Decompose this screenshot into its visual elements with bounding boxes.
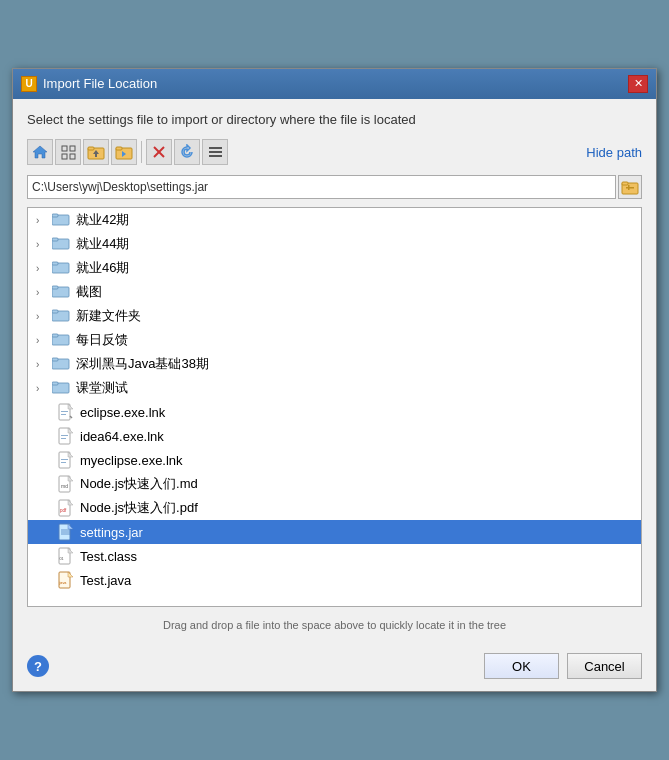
svg-rect-38 (61, 411, 68, 412)
toolbar-separator-1 (141, 141, 142, 163)
path-input[interactable] (27, 175, 616, 199)
dialog-body: Select the settings file to import or di… (13, 99, 656, 645)
lnk-file-icon (56, 451, 76, 469)
home-button[interactable] (27, 139, 53, 165)
tree-item[interactable]: › 课堂测试 (28, 376, 641, 400)
hide-path-link[interactable]: Hide path (586, 145, 642, 160)
tree-item[interactable]: myeclipse.exe.lnk (28, 448, 641, 472)
svg-marker-50 (68, 476, 73, 481)
tree-item[interactable]: md Node.js快速入们.md (28, 472, 641, 496)
tree-item[interactable]: idea64.exe.lnk (28, 424, 641, 448)
svg-rect-48 (61, 462, 66, 463)
svg-rect-29 (52, 310, 58, 313)
item-label: 新建文件夹 (76, 307, 141, 325)
svg-rect-31 (52, 334, 58, 337)
refresh-icon (179, 144, 195, 160)
dialog-description: Select the settings file to import or di… (27, 111, 642, 129)
item-label: 就业44期 (76, 235, 129, 253)
tree-item[interactable]: › 深圳黑马Java基础38期 (28, 352, 641, 376)
svg-marker-0 (33, 146, 47, 158)
refresh-button[interactable] (174, 139, 200, 165)
file-tree[interactable]: › 就业42期 › 就业44期 › 就业46期 (27, 207, 642, 607)
folder-icon (52, 308, 72, 324)
chevron-icon: › (36, 239, 52, 250)
folder-nav-icon (115, 144, 133, 160)
item-label: Test.java (80, 573, 131, 588)
svg-marker-42 (68, 428, 73, 433)
svg-rect-17 (622, 182, 628, 185)
chevron-icon: › (36, 383, 52, 394)
svg-marker-46 (68, 452, 73, 457)
title-bar-left: U Import File Location (21, 76, 157, 92)
title-bar: U Import File Location ✕ (13, 69, 656, 99)
svg-rect-33 (52, 358, 58, 361)
folder-icon (52, 356, 72, 372)
tree-item[interactable]: › 就业42期 (28, 208, 641, 232)
grid-button[interactable] (55, 139, 81, 165)
title-controls: ✕ (628, 75, 648, 93)
item-label: 深圳黑马Java基础38期 (76, 355, 209, 373)
dialog-title: Import File Location (43, 76, 157, 91)
help-button[interactable]: ? (27, 655, 49, 677)
svg-rect-19 (628, 185, 630, 190)
tree-item[interactable]: › 就业46期 (28, 256, 641, 280)
path-browse-button[interactable] (618, 175, 642, 199)
tree-item[interactable]: pdf Node.js快速入们.pdf (28, 496, 641, 520)
svg-rect-47 (61, 459, 68, 460)
item-label: 就业46期 (76, 259, 129, 277)
item-label: 每日反馈 (76, 331, 128, 349)
svg-text:java: java (59, 581, 68, 585)
svg-rect-18 (626, 187, 634, 189)
svg-rect-25 (52, 262, 58, 265)
svg-text:01: 01 (60, 557, 64, 561)
svg-rect-9 (116, 147, 122, 150)
tree-item[interactable]: › 每日反馈 (28, 328, 641, 352)
item-label: Node.js快速入们.md (80, 475, 198, 493)
item-label: idea64.exe.lnk (80, 429, 164, 444)
lnk-file-icon (56, 427, 76, 445)
tree-item[interactable]: 01 Test.class (28, 544, 641, 568)
svg-rect-44 (61, 438, 66, 439)
chevron-icon: › (36, 263, 52, 274)
ok-button[interactable]: OK (484, 653, 559, 679)
svg-rect-35 (52, 382, 58, 385)
item-label: settings.jar (80, 525, 143, 540)
tree-item[interactable]: › 就业44期 (28, 232, 641, 256)
svg-rect-1 (62, 146, 67, 151)
app-icon: U (21, 76, 37, 92)
svg-rect-13 (209, 147, 222, 149)
delete-icon (152, 145, 166, 159)
item-label: Node.js快速入们.pdf (80, 499, 198, 517)
item-label: 就业42期 (76, 211, 129, 229)
details-button[interactable] (202, 139, 228, 165)
class-file-icon: 01 (56, 547, 76, 565)
footer-buttons: OK Cancel (484, 653, 642, 679)
tree-item[interactable]: › 新建文件夹 (28, 304, 641, 328)
delete-button[interactable] (146, 139, 172, 165)
tree-item[interactable]: › 截图 (28, 280, 641, 304)
folder-icon (52, 284, 72, 300)
svg-marker-37 (68, 404, 73, 409)
svg-rect-21 (52, 214, 58, 217)
svg-rect-3 (62, 154, 67, 159)
folder-icon (52, 236, 72, 252)
dialog-footer: ? OK Cancel (13, 645, 656, 691)
svg-marker-56 (68, 524, 73, 529)
settings-jar-item[interactable]: settings.jar (28, 520, 641, 544)
toolbar: Hide path (27, 137, 642, 167)
folder-parent-button[interactable] (83, 139, 109, 165)
folder-icon (52, 260, 72, 276)
svg-marker-61 (68, 548, 73, 553)
folder-nav-button[interactable] (111, 139, 137, 165)
folder-up-icon (87, 144, 105, 160)
cancel-button[interactable]: Cancel (567, 653, 642, 679)
details-icon (208, 145, 223, 160)
item-label: 课堂测试 (76, 379, 128, 397)
grid-icon (61, 145, 76, 160)
home-icon (32, 145, 48, 159)
close-button[interactable]: ✕ (628, 75, 648, 93)
svg-text:md: md (61, 483, 68, 489)
tree-item[interactable]: java Test.java (28, 568, 641, 592)
tree-item[interactable]: eclipse.exe.lnk (28, 400, 641, 424)
item-label: eclipse.exe.lnk (80, 405, 165, 420)
